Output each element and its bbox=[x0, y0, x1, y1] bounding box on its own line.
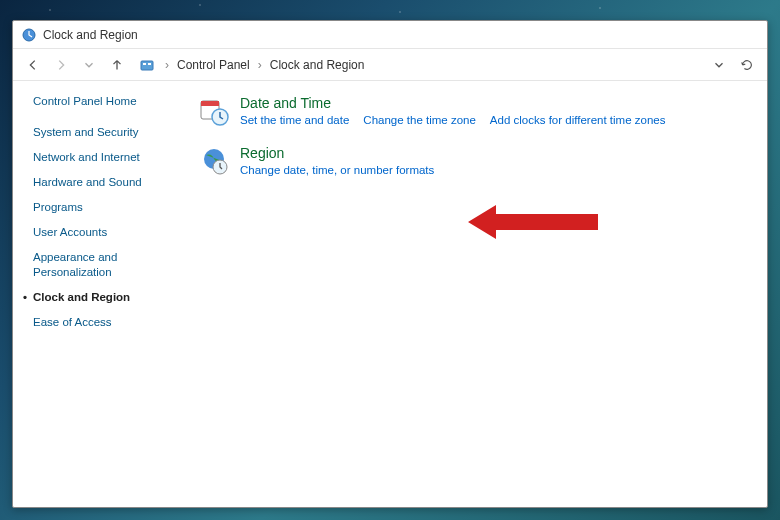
sidebar: Control Panel Home System and Security N… bbox=[13, 81, 188, 507]
recent-locations-button[interactable] bbox=[77, 53, 101, 77]
link-change-formats[interactable]: Change date, time, or number formats bbox=[240, 164, 434, 176]
back-button[interactable] bbox=[21, 53, 45, 77]
forward-button[interactable] bbox=[49, 53, 73, 77]
sidebar-item-programs[interactable]: Programs bbox=[33, 200, 178, 215]
chevron-right-icon: › bbox=[165, 58, 169, 72]
content-area: Control Panel Home System and Security N… bbox=[13, 81, 767, 507]
category-title-date-time[interactable]: Date and Time bbox=[240, 95, 757, 111]
link-change-time-zone[interactable]: Change the time zone bbox=[363, 114, 476, 126]
previous-locations-button[interactable] bbox=[707, 53, 731, 77]
breadcrumb-control-panel[interactable]: Control Panel bbox=[173, 56, 254, 74]
category-title-region[interactable]: Region bbox=[240, 145, 757, 161]
titlebar: Clock and Region bbox=[13, 21, 767, 49]
control-panel-icon bbox=[139, 57, 155, 73]
red-arrow-annotation bbox=[468, 203, 598, 245]
sidebar-item-appearance-personalization[interactable]: Appearance and Personalization bbox=[33, 250, 178, 280]
breadcrumb: › Control Panel › Clock and Region bbox=[139, 56, 703, 74]
category-region: Region Change date, time, or number form… bbox=[198, 145, 757, 177]
sidebar-control-panel-home[interactable]: Control Panel Home bbox=[33, 95, 178, 107]
sidebar-item-network-internet[interactable]: Network and Internet bbox=[33, 150, 178, 165]
link-set-time-date[interactable]: Set the time and date bbox=[240, 114, 349, 126]
refresh-button[interactable] bbox=[735, 53, 759, 77]
clock-region-icon bbox=[21, 27, 37, 43]
sidebar-item-system-security[interactable]: System and Security bbox=[33, 125, 178, 140]
link-add-clocks[interactable]: Add clocks for different time zones bbox=[490, 114, 666, 126]
date-time-icon bbox=[198, 95, 230, 127]
svg-rect-2 bbox=[143, 63, 146, 65]
category-date-and-time: Date and Time Set the time and date Chan… bbox=[198, 95, 757, 127]
chevron-right-icon: › bbox=[258, 58, 262, 72]
sidebar-item-user-accounts[interactable]: User Accounts bbox=[33, 225, 178, 240]
window-title: Clock and Region bbox=[43, 28, 138, 42]
sidebar-item-clock-region[interactable]: Clock and Region bbox=[33, 290, 178, 305]
svg-marker-9 bbox=[468, 205, 598, 239]
sidebar-item-ease-of-access[interactable]: Ease of Access bbox=[33, 315, 178, 330]
up-button[interactable] bbox=[105, 53, 129, 77]
region-icon bbox=[198, 145, 230, 177]
main-panel: Date and Time Set the time and date Chan… bbox=[188, 81, 767, 507]
sidebar-item-hardware-sound[interactable]: Hardware and Sound bbox=[33, 175, 178, 190]
svg-rect-1 bbox=[141, 61, 153, 70]
svg-rect-3 bbox=[148, 63, 151, 65]
svg-rect-5 bbox=[201, 101, 219, 106]
breadcrumb-clock-and-region[interactable]: Clock and Region bbox=[266, 56, 369, 74]
control-panel-window: Clock and Region › Control Panel › Clock… bbox=[12, 20, 768, 508]
toolbar: › Control Panel › Clock and Region bbox=[13, 49, 767, 81]
